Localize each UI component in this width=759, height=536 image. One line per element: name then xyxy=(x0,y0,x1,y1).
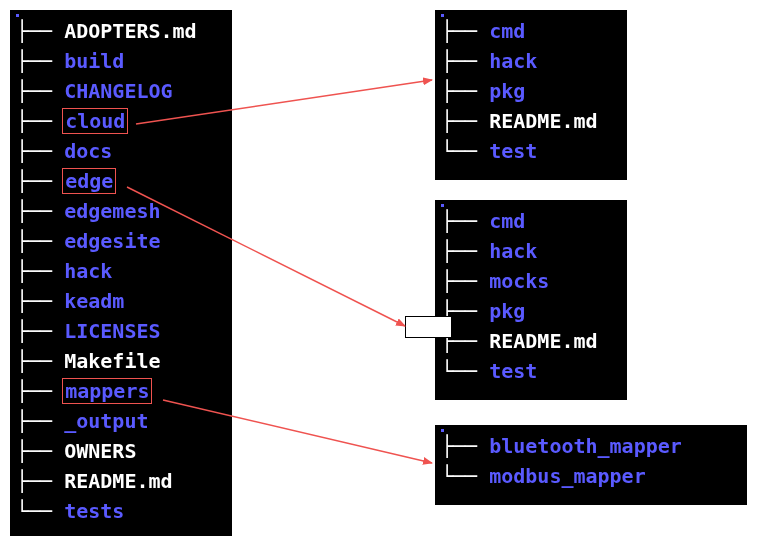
tree-item: ├── README.md xyxy=(441,326,621,356)
panel-dot-icon xyxy=(441,204,444,207)
item-label: cmd xyxy=(489,209,525,233)
panel-dot-icon xyxy=(16,14,19,17)
item-label: hack xyxy=(489,49,537,73)
item-label: README.md xyxy=(489,329,597,353)
tree-item: ├── cmd xyxy=(441,206,621,236)
item-label: hack xyxy=(64,259,112,283)
tree-item: ├── CHANGELOG xyxy=(16,76,226,106)
item-label: pkg xyxy=(489,79,525,103)
main-tree: ├── ADOPTERS.md ├── build ├── CHANGELOG … xyxy=(16,16,226,526)
detail-tree: ├── cmd ├── hack ├── pkg ├── README.md └… xyxy=(441,16,621,166)
detail-tree: ├── cmd ├── hack ├── mocks ├── pkg ├── R… xyxy=(441,206,621,386)
item-label: keadm xyxy=(64,289,124,313)
tree-item: ├── cloud xyxy=(16,106,226,136)
white-overlay-box xyxy=(405,316,452,338)
item-label: tests xyxy=(64,499,124,523)
item-label: mocks xyxy=(489,269,549,293)
item-label: test xyxy=(489,359,537,383)
item-label: docs xyxy=(64,139,112,163)
item-label: edgemesh xyxy=(64,199,160,223)
detail-panel-mappers: ├── bluetooth_mapper └── modbus_mapper xyxy=(435,425,747,505)
tree-item: ├── cmd xyxy=(441,16,621,46)
tree-item: ├── mappers xyxy=(16,376,226,406)
tree-item: ├── bluetooth_mapper xyxy=(441,431,741,461)
tree-item: ├── _output xyxy=(16,406,226,436)
item-label: pkg xyxy=(489,299,525,323)
item-label: LICENSES xyxy=(64,319,160,343)
item-label: README.md xyxy=(489,109,597,133)
tree-item: ├── README.md xyxy=(16,466,226,496)
panel-dot-icon xyxy=(441,429,444,432)
highlight-box: edge xyxy=(62,168,116,194)
highlight-box: cloud xyxy=(62,108,128,134)
tree-item: ├── edgemesh xyxy=(16,196,226,226)
item-label: hack xyxy=(489,239,537,263)
item-label: build xyxy=(64,49,124,73)
tree-item: ├── hack xyxy=(441,236,621,266)
diagram-stage: ├── ADOPTERS.md ├── build ├── CHANGELOG … xyxy=(0,0,759,536)
tree-item: ├── mocks xyxy=(441,266,621,296)
item-label: ADOPTERS.md xyxy=(64,19,196,43)
detail-panel-cloud: ├── cmd ├── hack ├── pkg ├── README.md └… xyxy=(435,10,627,180)
tree-item: ├── edgesite xyxy=(16,226,226,256)
item-label: edge xyxy=(65,169,113,193)
tree-item: ├── hack xyxy=(441,46,621,76)
tree-item: ├── README.md xyxy=(441,106,621,136)
item-label: _output xyxy=(64,409,148,433)
tree-item: ├── ADOPTERS.md xyxy=(16,16,226,46)
item-label: mappers xyxy=(65,379,149,403)
tree-item: ├── pkg xyxy=(441,296,621,326)
tree-item: ├── edge xyxy=(16,166,226,196)
highlight-box: mappers xyxy=(62,378,152,404)
item-label: Makefile xyxy=(64,349,160,373)
tree-item: └── test xyxy=(441,356,621,386)
tree-item: ├── LICENSES xyxy=(16,316,226,346)
item-label: edgesite xyxy=(64,229,160,253)
item-label: cloud xyxy=(65,109,125,133)
item-label: cmd xyxy=(489,19,525,43)
item-label: test xyxy=(489,139,537,163)
tree-item: ├── hack xyxy=(16,256,226,286)
tree-item: ├── build xyxy=(16,46,226,76)
item-label: CHANGELOG xyxy=(64,79,172,103)
item-label: bluetooth_mapper xyxy=(489,434,682,458)
tree-item: └── modbus_mapper xyxy=(441,461,741,491)
panel-dot-icon xyxy=(441,14,444,17)
tree-item: └── test xyxy=(441,136,621,166)
tree-item: ├── OWNERS xyxy=(16,436,226,466)
tree-item: ├── keadm xyxy=(16,286,226,316)
detail-panel-edge: ├── cmd ├── hack ├── mocks ├── pkg ├── R… xyxy=(435,200,627,400)
tree-item: └── tests xyxy=(16,496,226,526)
item-label: OWNERS xyxy=(64,439,136,463)
tree-item: ├── Makefile xyxy=(16,346,226,376)
tree-item: ├── docs xyxy=(16,136,226,166)
item-label: modbus_mapper xyxy=(489,464,646,488)
tree-item: ├── pkg xyxy=(441,76,621,106)
main-tree-panel: ├── ADOPTERS.md ├── build ├── CHANGELOG … xyxy=(10,10,232,536)
item-label: README.md xyxy=(64,469,172,493)
detail-tree: ├── bluetooth_mapper └── modbus_mapper xyxy=(441,431,741,491)
